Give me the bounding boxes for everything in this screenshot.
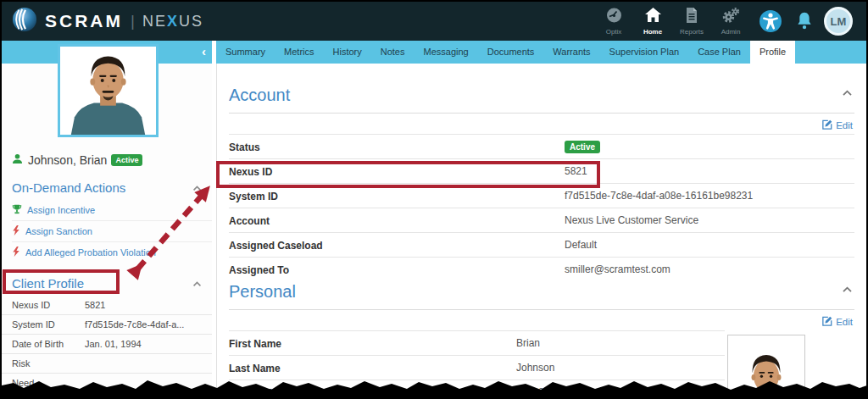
top-navigation: Optix Home bbox=[597, 7, 858, 36]
row-assigned-to: Assigned To smiller@scramtest.com bbox=[229, 257, 854, 281]
client-profile-header: Client Profile bbox=[12, 276, 202, 291]
brand-name: SCRAM bbox=[45, 11, 123, 31]
row-last-name: Last Name Johnson bbox=[229, 355, 725, 380]
divider bbox=[229, 113, 854, 114]
gauge-icon bbox=[605, 12, 623, 26]
row-account: Account Nexus Live Customer Service bbox=[229, 208, 854, 232]
tab-case-plan[interactable]: Case Plan bbox=[688, 41, 750, 64]
row-assigned-caseload: Assigned Caseload Default bbox=[229, 232, 854, 257]
client-photo bbox=[58, 44, 159, 137]
sidebar-row-need: Need bbox=[2, 374, 212, 393]
brand-product: NEXUS bbox=[142, 13, 203, 30]
account-edit-row: Edit bbox=[229, 118, 853, 131]
tab-profile[interactable]: Profile bbox=[750, 41, 795, 64]
account-rows: Status Active Nexus ID 5821 System ID f7… bbox=[229, 134, 854, 281]
person-icon bbox=[12, 153, 23, 167]
home-icon bbox=[644, 12, 662, 26]
tab-documents[interactable]: Documents bbox=[478, 41, 544, 64]
brand-separator: | bbox=[131, 12, 135, 30]
row-nexus-id: Nexus ID 5821 bbox=[229, 158, 854, 183]
sidebar-row-system-id: System ID f7d515de-7c8e-4daf-a... bbox=[2, 315, 212, 335]
edit-pencil-icon bbox=[822, 119, 832, 131]
row-system-id: System ID f7d515de-7c8e-4daf-a08e-16161b… bbox=[229, 183, 854, 208]
sidebar-row-risk: Risk bbox=[2, 354, 212, 374]
nav-item-home[interactable]: Home bbox=[636, 7, 670, 36]
tab-history[interactable]: History bbox=[324, 41, 371, 64]
account-edit-button[interactable]: Edit bbox=[822, 119, 853, 131]
top-header-bar: SCRAM | NEXUS Optix bbox=[2, 2, 866, 41]
tab-metrics[interactable]: Metrics bbox=[275, 41, 323, 64]
user-avatar[interactable]: LM bbox=[824, 7, 853, 36]
tab-summary[interactable]: Summary bbox=[216, 41, 275, 64]
brand-logo: SCRAM | NEXUS bbox=[12, 7, 203, 36]
scram-globe-icon bbox=[12, 7, 37, 36]
bolt-icon bbox=[12, 225, 25, 237]
collapse-sidebar-icon[interactable]: ‹ bbox=[202, 44, 206, 59]
trophy-icon bbox=[12, 204, 27, 216]
assign-sanction-link[interactable]: Assign Sanction bbox=[12, 220, 212, 241]
personal-photo-thumbnail bbox=[727, 335, 805, 399]
bell-icon[interactable] bbox=[795, 11, 814, 31]
chevron-up-icon[interactable] bbox=[842, 285, 853, 293]
personal-section-title: Personal bbox=[229, 282, 866, 302]
sidebar-row-date-of-birth: Date of Birth Jan. 01, 1994 bbox=[2, 335, 212, 354]
profile-tab-bar: Summary Metrics History Notes Messaging … bbox=[216, 41, 866, 64]
nav-item-reports[interactable]: Reports bbox=[675, 7, 709, 36]
tab-messaging[interactable]: Messaging bbox=[415, 41, 478, 64]
row-date-of-birth: Date of Birth Jan. 01, 1994 bbox=[229, 380, 725, 399]
account-section-title: Account bbox=[229, 86, 866, 105]
status-badge: Active bbox=[565, 141, 600, 153]
client-status-badge: Active bbox=[111, 154, 142, 166]
tab-notes[interactable]: Notes bbox=[371, 41, 415, 64]
tab-supervision-plan[interactable]: Supervision Plan bbox=[600, 41, 689, 64]
divider bbox=[229, 309, 854, 310]
chevron-up-icon[interactable] bbox=[192, 280, 202, 287]
on-demand-actions-list: Assign Incentive Assign Sanction Add All… bbox=[12, 200, 212, 263]
sidebar-row-assigned-to: Assigned To Lydia Miller bbox=[2, 393, 212, 399]
assign-incentive-link[interactable]: Assign Incentive bbox=[12, 200, 212, 220]
personal-edit-row: Edit bbox=[229, 314, 853, 328]
chevron-up-icon[interactable] bbox=[192, 185, 202, 191]
tab-warrants[interactable]: Warrants bbox=[543, 41, 599, 64]
client-profile-rows: Nexus ID 5821 System ID f7d515de-7c8e-4d… bbox=[2, 296, 212, 399]
bolt-icon bbox=[12, 247, 25, 258]
scram-nexus-window: SCRAM | NEXUS Optix bbox=[0, 0, 868, 399]
accessibility-icon[interactable] bbox=[760, 10, 782, 32]
chevron-up-icon[interactable] bbox=[842, 89, 853, 97]
on-demand-actions-header: On-Demand Actions bbox=[12, 180, 202, 195]
sidebar-row-nexus-id: Nexus ID 5821 bbox=[2, 296, 212, 315]
add-alleged-probation-violation-link[interactable]: Add Alleged Probation Violation bbox=[12, 241, 212, 263]
nav-item-optix[interactable]: Optix bbox=[597, 7, 631, 36]
gears-icon bbox=[721, 12, 740, 26]
personal-edit-button[interactable]: Edit bbox=[822, 316, 853, 328]
report-icon bbox=[683, 12, 700, 26]
row-first-name: First Name Brian bbox=[229, 330, 725, 355]
edit-pencil-icon bbox=[822, 316, 832, 328]
profile-main-panel: Account Edit Status Active bbox=[216, 64, 866, 399]
personal-rows: First Name Brian Last Name Johnson Date … bbox=[229, 330, 725, 399]
client-name-row: Johnson, Brian Active bbox=[12, 153, 212, 167]
nav-item-admin[interactable]: Admin bbox=[714, 7, 748, 36]
client-name: Johnson, Brian bbox=[28, 153, 107, 167]
row-status: Status Active bbox=[229, 134, 854, 158]
